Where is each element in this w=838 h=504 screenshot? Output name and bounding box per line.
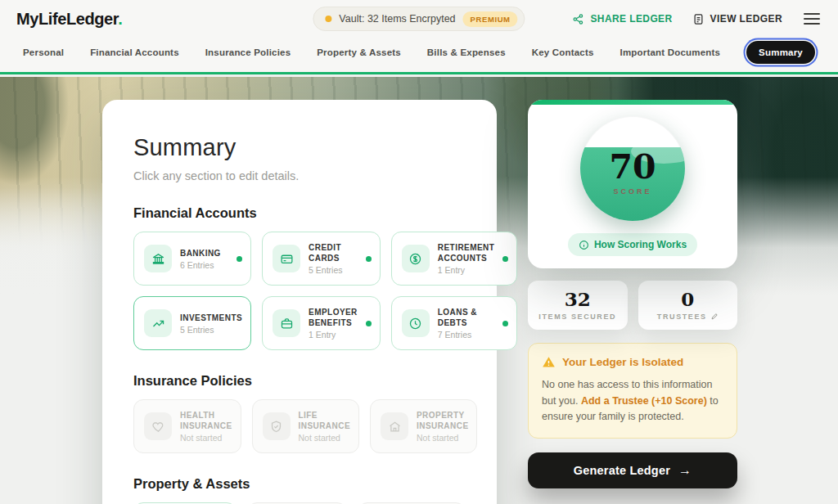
vault-status-text: Vault: 32 Items Encrpyted bbox=[339, 13, 455, 25]
tile-label: RETIREMENT ACCOUNTS bbox=[438, 242, 495, 263]
tile-entries: 1 Entry bbox=[438, 265, 495, 275]
tile-label: BANKING bbox=[180, 248, 221, 259]
shield-check-icon bbox=[263, 412, 291, 440]
app-logo-dot: . bbox=[118, 10, 122, 28]
status-dot bbox=[366, 321, 372, 326]
add-trustee-link[interactable]: Add a Trustee (+10 Score) bbox=[581, 395, 707, 407]
tile-credit-cards[interactable]: CREDIT CARDS5 Entries bbox=[262, 232, 381, 286]
how-scoring-works-link[interactable]: How Scoring Works bbox=[568, 233, 697, 256]
tab-key-contacts[interactable]: Key Contacts bbox=[532, 47, 594, 57]
pencil-icon bbox=[710, 313, 719, 321]
score-gauge-text: 70 SCORE bbox=[580, 116, 685, 221]
tile-entries: Not started bbox=[417, 433, 468, 443]
tile-entries: 5 Entries bbox=[309, 265, 358, 275]
info-circle-icon bbox=[579, 240, 589, 250]
view-ledger-label: VIEW LEDGER bbox=[710, 13, 782, 25]
isolated-ledger-alert: Your Ledger is Isolated No one has acces… bbox=[528, 343, 737, 438]
financial-accounts-grid: BANKING6 Entries CREDIT CARDS5 Entries R… bbox=[133, 232, 466, 350]
status-dot bbox=[366, 256, 372, 262]
header-actions: SHARE LEDGER VIEW LEDGER bbox=[572, 10, 822, 29]
tile-employer-benefits[interactable]: EMPLOYER BENEFITS1 Entry bbox=[262, 296, 381, 350]
hamburger-menu-icon[interactable] bbox=[802, 10, 822, 29]
tile-label: LIFE INSURANCE bbox=[299, 410, 351, 431]
sidebar: 70 SCORE How Scoring Works 32 ITEMS SECU… bbox=[528, 100, 737, 504]
tile-entries: Not started bbox=[299, 433, 351, 443]
tile-property-insurance[interactable]: PROPERTY INSURANCENot started bbox=[370, 399, 477, 453]
alert-body: No one has access to this information bu… bbox=[542, 377, 723, 425]
briefcase-icon bbox=[273, 309, 300, 337]
tile-life-insurance[interactable]: LIFE INSURANCENot started bbox=[252, 399, 360, 453]
tile-retirement-accounts[interactable]: RETIREMENT ACCOUNTS1 Entry bbox=[391, 232, 518, 286]
trustees-label: TRUSTEES bbox=[657, 313, 707, 321]
home-icon bbox=[381, 412, 408, 440]
status-dot bbox=[237, 256, 242, 262]
tile-label: CREDIT CARDS bbox=[309, 242, 358, 263]
tab-insurance-policies[interactable]: Insurance Policies bbox=[205, 47, 291, 57]
tab-bills-expenses[interactable]: Bills & Expenses bbox=[427, 47, 506, 57]
status-dot bbox=[502, 321, 508, 326]
vault-status-pill[interactable]: Vault: 32 Items Encrpyted PREMIUM bbox=[313, 7, 525, 31]
tab-important-documents[interactable]: Important Documents bbox=[620, 47, 721, 57]
status-dot bbox=[502, 256, 508, 262]
items-secured-stat[interactable]: 32 ITEMS SECURED bbox=[528, 281, 628, 330]
share-ledger-button[interactable]: SHARE LEDGER bbox=[572, 13, 672, 25]
app-logo-text: MyLifeLedger bbox=[16, 10, 118, 28]
summary-card: Summary Click any section to edit detail… bbox=[102, 100, 497, 504]
tab-personal[interactable]: Personal bbox=[23, 47, 64, 57]
score-label: SCORE bbox=[613, 187, 651, 196]
tile-label: LOANS & DEBTS bbox=[438, 307, 495, 328]
stats-row: 32 ITEMS SECURED 0 TRUSTEES bbox=[528, 281, 737, 330]
tile-entries: 1 Entry bbox=[309, 330, 358, 340]
score-gauge: 70 SCORE bbox=[580, 116, 685, 221]
tile-label: HEALTH INSURANCE bbox=[180, 410, 232, 431]
how-scoring-works-label: How Scoring Works bbox=[594, 239, 687, 250]
tab-financial-accounts[interactable]: Financial Accounts bbox=[90, 47, 179, 57]
share-ledger-label: SHARE LEDGER bbox=[590, 13, 672, 25]
page-subtitle: Click any section to edit details. bbox=[133, 169, 466, 182]
document-icon bbox=[692, 13, 705, 25]
premium-badge: PREMIUM bbox=[463, 11, 518, 27]
score-value: 70 bbox=[609, 151, 656, 184]
generate-ledger-button[interactable]: Generate Ledger → bbox=[528, 452, 737, 488]
clock-icon bbox=[402, 309, 430, 337]
bank-icon bbox=[144, 245, 172, 272]
top-bar: MyLifeLedger. Vault: 32 Items Encrpyted … bbox=[0, 0, 838, 38]
tile-entries: 6 Entries bbox=[180, 260, 221, 270]
tile-health-insurance[interactable]: HEALTH INSURANCENot started bbox=[133, 399, 241, 453]
tile-label: INVESTMENTS bbox=[180, 313, 242, 323]
arrow-right-icon: → bbox=[678, 463, 692, 478]
generate-ledger-label: Generate Ledger bbox=[574, 464, 670, 477]
tile-loans-debts[interactable]: LOANS & DEBTS7 Entries bbox=[391, 296, 518, 350]
items-secured-value: 32 bbox=[533, 289, 623, 310]
warning-triangle-icon bbox=[542, 355, 556, 369]
dollar-circle-icon bbox=[402, 245, 430, 272]
credit-card-icon bbox=[273, 245, 300, 272]
tile-banking[interactable]: BANKING6 Entries bbox=[133, 232, 251, 286]
items-secured-label: ITEMS SECURED bbox=[538, 313, 616, 321]
vault-status-dot-icon bbox=[325, 16, 331, 22]
tile-entries: 7 Entries bbox=[438, 330, 495, 340]
section-nav: Personal Financial Accounts Insurance Po… bbox=[0, 38, 838, 74]
tile-entries: 5 Entries bbox=[180, 325, 242, 335]
tab-summary[interactable]: Summary bbox=[746, 41, 815, 64]
heart-icon bbox=[144, 412, 172, 440]
view-ledger-button[interactable]: VIEW LEDGER bbox=[692, 13, 782, 25]
trending-up-icon bbox=[144, 309, 172, 337]
insurance-policies-grid: HEALTH INSURANCENot started LIFE INSURAN… bbox=[133, 399, 466, 453]
trustees-stat[interactable]: 0 TRUSTEES bbox=[638, 281, 738, 330]
tile-label: PROPERTY INSURANCE bbox=[417, 410, 468, 431]
score-card-accent-strip bbox=[528, 100, 737, 105]
tile-label: EMPLOYER BENEFITS bbox=[309, 307, 358, 328]
tab-property-assets[interactable]: Property & Assets bbox=[317, 47, 401, 57]
section-title-financial-accounts: Financial Accounts bbox=[133, 205, 466, 221]
alert-title: Your Ledger is Isolated bbox=[562, 356, 683, 368]
section-title-insurance-policies: Insurance Policies bbox=[133, 373, 466, 389]
app-logo[interactable]: MyLifeLedger. bbox=[16, 10, 122, 29]
tile-entries: Not started bbox=[180, 433, 232, 443]
trustees-value: 0 bbox=[643, 289, 733, 310]
tile-investments[interactable]: INVESTMENTS5 Entries bbox=[133, 296, 251, 350]
page-title: Summary bbox=[133, 134, 466, 161]
section-title-property-assets: Property & Assets bbox=[133, 476, 466, 492]
share-nodes-icon bbox=[572, 13, 584, 25]
score-card: 70 SCORE How Scoring Works bbox=[528, 100, 737, 268]
